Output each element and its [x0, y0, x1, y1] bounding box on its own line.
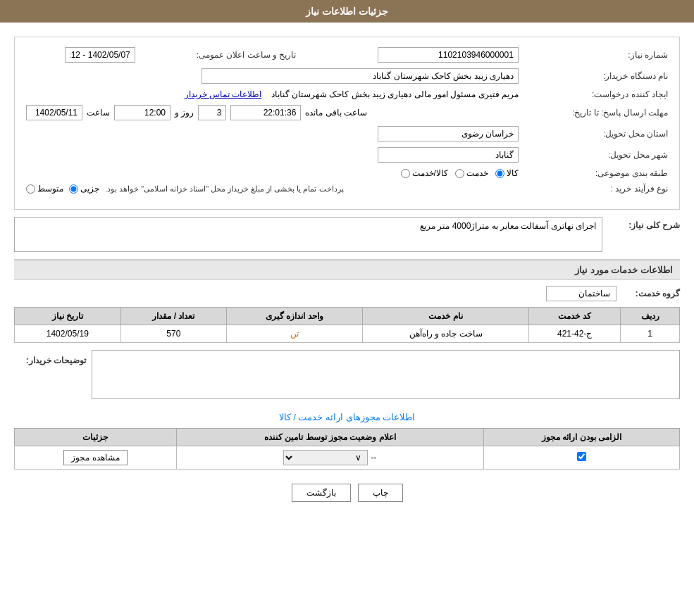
province-value [22, 123, 523, 144]
province-label: استان محل تحویل: [523, 123, 672, 144]
reply-deadline-value: ساعت روز و ساعت باقی مانده [22, 102, 523, 123]
content-area: شماره نیاز: تاریخ و ساعت اعلان عمومی: نا… [0, 23, 694, 523]
permissions-section: اطلاعات مجوزهای ارائه خدمت / کالا الزامی… [14, 412, 680, 470]
col-code: کد خدمت [529, 308, 621, 325]
need-number-value [300, 44, 522, 65]
permissions-header: اطلاعات مجوزهای ارائه خدمت / کالا [14, 412, 680, 422]
purchase-type-row: نوع فرآیند خرید : متوسط جزیی [22, 181, 672, 196]
need-number-row: شماره نیاز: تاریخ و ساعت اعلان عمومی: [22, 44, 672, 65]
reply-days-input[interactable] [198, 105, 226, 120]
buyer-notes-textarea[interactable] [92, 350, 680, 399]
col-qty: تعداد / مقدار [120, 308, 226, 325]
cell-qty: 570 [120, 325, 226, 343]
buyer-org-label: نام دستگاه خریدار: [523, 65, 672, 87]
province-input[interactable] [378, 126, 519, 142]
permissions-table: الزامی بودن ارائه مجوز اعلام وضعیت مجوز … [14, 428, 680, 470]
description-content: اجرای نهاتری آسفالت معابر به متراژ4000 م… [14, 217, 602, 252]
services-table: ردیف کد خدمت نام خدمت واحد اندازه گیری ت… [14, 307, 680, 343]
buyer-notes-section: توضیحات خریدار: [14, 350, 680, 401]
permissions-table-body: -- ∨ مشاهده مجوز [15, 446, 680, 470]
description-label: شرح کلی نیاز: [602, 217, 680, 230]
reply-remaining-input[interactable] [230, 105, 301, 120]
permissions-table-head: الزامی بودن ارائه مجوز اعلام وضعیت مجوز … [15, 429, 680, 446]
perm-col-details: جزئیات [15, 429, 177, 446]
reply-deadline-label: مهلت ارسال پاسخ: تا تاریخ: [523, 102, 672, 123]
perm-details-cell: مشاهده مجوز [15, 446, 177, 470]
category-row: طبقه بندی موضوعی: کالا/خدمت خدمت [22, 165, 672, 181]
page-header: جزئیات اطلاعات نیاز [0, 0, 694, 23]
reply-days-label: روز و [175, 108, 194, 118]
buyer-notes-label: توضیحات خریدار: [14, 350, 92, 365]
contact-link[interactable]: اطلاعات تماس خریدار [185, 89, 262, 99]
cell-unit: تن [227, 325, 363, 343]
buyer-org-row: نام دستگاه خریدار: [22, 65, 672, 87]
col-unit: واحد اندازه گیری [227, 308, 363, 325]
reply-time-input[interactable] [114, 105, 171, 120]
creator-label: ایجاد کننده درخواست: [523, 87, 672, 102]
bottom-buttons: چاپ بازگشت [14, 484, 680, 502]
permissions-header-row: الزامی بودن ارائه مجوز اعلام وضعیت مجوز … [15, 429, 680, 446]
service-group-row: گروه خدمت: ساختمان [14, 286, 680, 301]
category-khadamat-radio[interactable] [455, 169, 464, 178]
reply-deadline-row: مهلت ارسال پاسخ: تا تاریخ: ساعت روز و سا… [22, 102, 672, 123]
purchase-jozi[interactable]: جزیی [69, 184, 99, 194]
category-khadamat[interactable]: خدمت [455, 168, 488, 178]
perm-col-status: اعلام وضعیت مجوز توسط تامین کننده [176, 429, 483, 446]
purchase-jozi-label: جزیی [80, 184, 99, 194]
purchase-jozi-radio[interactable] [69, 184, 78, 194]
perm-required-checkbox[interactable] [577, 452, 586, 461]
purchase-type-value: متوسط جزیی پرداخت تمام یا بخشی از مبلغ خ… [22, 181, 523, 196]
general-info-table: شماره نیاز: تاریخ و ساعت اعلان عمومی: نا… [22, 44, 672, 196]
col-row: ردیف [621, 308, 680, 325]
category-options: کالا/خدمت خدمت کالا [22, 165, 523, 181]
province-row: استان محل تحویل: [22, 123, 672, 144]
cell-date: 1402/05/19 [15, 325, 121, 343]
description-section: شرح کلی نیاز: اجرای نهاتری آسفالت معابر … [14, 217, 680, 252]
services-header-row: ردیف کد خدمت نام خدمت واحد اندازه گیری ت… [15, 308, 680, 325]
category-khadamat-label: خدمت [466, 168, 488, 178]
reply-time-label: ساعت [87, 108, 110, 118]
reply-remaining-label: ساعت باقی مانده [305, 108, 367, 118]
services-table-head: ردیف کد خدمت نام خدمت واحد اندازه گیری ت… [15, 308, 680, 325]
purchase-motavaset-label: متوسط [37, 184, 63, 194]
announce-date-input[interactable] [65, 47, 135, 63]
city-input[interactable] [378, 147, 519, 163]
need-number-input[interactable] [378, 47, 519, 63]
purchase-motavaset-radio[interactable] [26, 184, 35, 194]
back-button[interactable]: بازگشت [292, 484, 351, 502]
main-info-section: شماره نیاز: تاریخ و ساعت اعلان عمومی: نا… [14, 37, 680, 210]
service-group-value: ساختمان [546, 286, 616, 301]
announce-date-value [22, 44, 140, 65]
city-row: شهر محل تحویل: [22, 144, 672, 165]
cell-name: ساخت جاده و راه‌آهن [362, 325, 528, 343]
col-date: تاریخ نیاز [15, 308, 121, 325]
category-kala-khadamat[interactable]: کالا/خدمت [401, 168, 448, 178]
buyer-org-input[interactable] [202, 68, 519, 84]
category-kala-khadamat-radio[interactable] [401, 169, 410, 178]
services-table-body: 1 ج-42-421 ساخت جاده و راه‌آهن تن 570 14… [15, 325, 680, 343]
category-kala-khadamat-label: کالا/خدمت [412, 168, 448, 178]
perm-col-required: الزامی بودن ارائه مجوز [483, 429, 679, 446]
perm-required-cell [483, 446, 679, 470]
creator-text: مریم فتیری مسئول امور مالی دهیاری زیبد ب… [271, 89, 519, 99]
category-label: طبقه بندی موضوعی: [523, 165, 672, 181]
city-label: شهر محل تحویل: [523, 144, 672, 165]
purchase-motavaset[interactable]: متوسط [26, 184, 63, 194]
creator-value: مریم فتیری مسئول امور مالی دهیاری زیبد ب… [22, 87, 523, 102]
reply-date-input[interactable] [26, 105, 82, 120]
col-name: نام خدمت [362, 308, 528, 325]
print-button[interactable]: چاپ [358, 484, 403, 502]
perm-table-row: -- ∨ مشاهده مجوز [15, 446, 680, 470]
perm-status-select[interactable]: ∨ [283, 450, 368, 465]
services-section-header: اطلاعات خدمات مورد نیاز [14, 259, 680, 280]
buyer-org-value [22, 65, 523, 87]
city-value [22, 144, 523, 165]
category-kala-label: کالا [507, 168, 519, 178]
page-wrapper: جزئیات اطلاعات نیاز شماره نیاز: تاریخ و … [0, 0, 694, 616]
cell-code: ج-42-421 [529, 325, 621, 343]
view-permit-button[interactable]: مشاهده مجوز [63, 450, 127, 465]
creator-row: ایجاد کننده درخواست: مریم فتیری مسئول ام… [22, 87, 672, 102]
announce-date-label: تاریخ و ساعت اعلان عمومی: [140, 44, 301, 65]
category-kala-radio[interactable] [495, 169, 504, 178]
category-kala[interactable]: کالا [495, 168, 519, 178]
